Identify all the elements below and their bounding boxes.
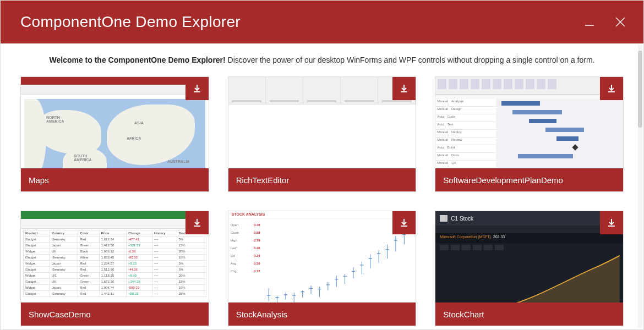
close-button[interactable]	[613, 14, 628, 30]
scrollbar-thumb[interactable]	[638, 51, 642, 128]
download-button[interactable]	[600, 77, 623, 100]
demo-card-showcasedemo[interactable]: ProductCountryColorPriceChangeHistoryDis…	[20, 211, 209, 326]
welcome-bold: Welcome to the ComponentOne Demo Explore…	[50, 56, 226, 64]
download-icon	[192, 84, 202, 94]
download-icon	[399, 84, 409, 94]
download-icon	[192, 218, 202, 228]
download-icon	[607, 218, 616, 228]
card-title: RichTextEditor	[228, 168, 416, 191]
card-title: Maps	[21, 168, 209, 191]
download-button[interactable]	[600, 211, 623, 234]
card-title: ShowCaseDemo	[21, 302, 209, 326]
vertical-scrollbar[interactable]	[638, 45, 642, 328]
title-bar: ComponentOne Demo Explorer	[1, 1, 643, 43]
window-controls	[582, 14, 628, 30]
minimize-button[interactable]	[582, 14, 597, 30]
card-title: StockChart	[435, 302, 623, 326]
download-button[interactable]	[392, 211, 416, 234]
download-button[interactable]	[185, 211, 209, 234]
download-icon	[399, 218, 409, 228]
demo-card-maps[interactable]: NORTHAMERICA ASIA AFRICA SOUTHAMERICA AU…	[20, 76, 209, 192]
demo-card-softwaredevelopmentplandemo[interactable]: ManualAnalysis ManualDesign AutoCode Aut…	[435, 76, 624, 192]
demo-card-stockchart[interactable]: C1 Stock Microsoft Corporation (MSFT) 20…	[435, 211, 624, 326]
welcome-text: Welcome to the ComponentOne Demo Explore…	[1, 56, 643, 73]
card-title: StockAnalysis	[228, 302, 416, 326]
app-title: ComponentOne Demo Explorer	[20, 13, 241, 31]
welcome-rest: Discover the power of our desktop WinFor…	[226, 56, 595, 64]
demo-grid: NORTHAMERICA ASIA AFRICA SOUTHAMERICA AU…	[1, 73, 643, 329]
demo-card-richtexteditor[interactable]: RichTextEditor	[228, 76, 417, 192]
content-area: Welcome to the ComponentOne Demo Explore…	[1, 43, 643, 329]
download-button[interactable]	[185, 77, 209, 100]
download-icon	[607, 84, 616, 94]
card-title: SoftwareDevelopmentPlanDemo	[435, 168, 623, 191]
demo-card-stockanalysis[interactable]: STOCK ANALYSIS Open0.46 Close0.58 High0.…	[228, 211, 417, 326]
download-button[interactable]	[392, 77, 416, 100]
